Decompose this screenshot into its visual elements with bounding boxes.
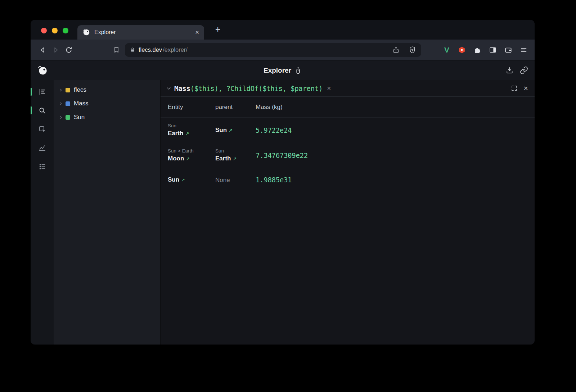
parent-link[interactable]: Earth↗	[215, 154, 256, 163]
collapse-chevron-icon[interactable]	[166, 86, 171, 91]
tree-panel-icon[interactable]	[35, 85, 49, 98]
tree-item-mass[interactable]: Mass	[54, 97, 160, 110]
query-header: Mass($this), ?ChildOf($this, $parent) × …	[161, 80, 535, 97]
reload-button[interactable]	[62, 44, 75, 56]
tab-title: Explorer	[94, 29, 191, 36]
close-panel-icon[interactable]: ×	[523, 85, 528, 92]
tree-item-label: Mass	[74, 100, 89, 107]
url-bar[interactable]: flecs.dev /explorer/	[125, 43, 421, 57]
query-results-table: Entity parent Mass (kg) Sun Earth↗ Sun↗ …	[161, 97, 535, 192]
expander-chevron-icon[interactable]	[59, 115, 63, 119]
tree-item-label: Sun	[74, 114, 85, 121]
entity-path: Sun > Earth	[168, 148, 215, 154]
expander-chevron-icon[interactable]	[59, 102, 63, 106]
tree-item-sun[interactable]: Sun	[54, 110, 160, 124]
column-header-mass: Mass (kg)	[256, 104, 535, 111]
navigation-bar: flecs.dev /explorer/ V	[31, 40, 535, 60]
url-host: flecs.dev	[139, 46, 162, 53]
table-row: Sun Earth↗ Sun↗ 5.9722e24	[161, 118, 535, 143]
hexagon-extension-icon[interactable]	[457, 45, 467, 55]
tab-close-icon[interactable]: ×	[195, 28, 199, 36]
close-window-button[interactable]	[41, 28, 47, 33]
wallet-icon[interactable]	[503, 45, 513, 55]
flecs-mascot-icon	[294, 66, 302, 75]
vue-devtools-icon[interactable]: V	[442, 46, 451, 54]
sidebar-toggle-icon[interactable]	[488, 45, 498, 55]
expand-fullscreen-icon[interactable]	[511, 85, 518, 92]
mass-value: 5.9722e24	[256, 126, 535, 134]
inspector-icon[interactable]	[35, 123, 49, 136]
active-indicator	[31, 106, 32, 114]
minimize-window-button[interactable]	[52, 28, 58, 33]
share-icon[interactable]	[392, 46, 400, 54]
table-row: Sun > Earth Moon↗ Sun Earth↗ 7.34767309e…	[161, 143, 535, 168]
entity-link[interactable]: Moon↗	[168, 154, 215, 163]
page-title: Explorer	[264, 67, 291, 74]
menu-icon[interactable]	[519, 45, 529, 55]
entity-link[interactable]: Earth↗	[168, 129, 215, 138]
table-row: Sun↗ None 1.9885e31	[161, 168, 535, 192]
app-header: Explorer	[31, 60, 535, 80]
mass-value: 1.9885e31	[256, 176, 535, 184]
flecs-logo[interactable]	[37, 65, 49, 76]
column-header-entity: Entity	[168, 104, 215, 111]
share-link-icon[interactable]	[520, 66, 528, 74]
stats-chart-icon[interactable]	[35, 141, 49, 154]
entity-link[interactable]: Sun↗	[168, 176, 215, 184]
download-icon[interactable]	[505, 66, 514, 74]
flecs-favicon	[82, 28, 90, 36]
link-arrow-icon: ↗	[185, 131, 189, 136]
mass-value: 7.34767309e22	[256, 151, 535, 159]
extension-icons: V	[442, 45, 529, 55]
back-button[interactable]	[36, 44, 49, 56]
tree-item-label: flecs	[74, 86, 86, 94]
entity-tree-panel: flecs Mass Sun	[54, 80, 160, 345]
forward-button[interactable]	[49, 44, 62, 56]
url-path: /explorer/	[163, 46, 188, 53]
extensions-puzzle-icon[interactable]	[472, 45, 482, 55]
tree-item-flecs[interactable]: flecs	[54, 83, 160, 97]
browser-window: Explorer × + flecs.dev /explorer	[31, 20, 535, 345]
query-search-icon[interactable]	[35, 104, 49, 117]
clear-query-icon[interactable]: ×	[327, 85, 331, 92]
entity-table-icon[interactable]	[35, 160, 49, 173]
link-arrow-icon: ↗	[233, 156, 237, 161]
traffic-lights	[41, 28, 68, 33]
column-header-parent: parent	[215, 104, 256, 111]
link-arrow-icon: ↗	[186, 156, 190, 161]
table-header-row: Entity parent Mass (kg)	[161, 97, 535, 118]
query-terms-token: ($this), ?ChildOf($this, $parent)	[190, 85, 323, 92]
bookmark-icon[interactable]	[110, 44, 123, 56]
parent-path: Sun	[215, 148, 256, 154]
link-arrow-icon: ↗	[181, 177, 185, 183]
zoom-window-button[interactable]	[63, 28, 68, 33]
new-tab-button[interactable]: +	[212, 24, 223, 35]
active-indicator	[31, 88, 32, 96]
entity-color-swatch	[66, 101, 70, 106]
divider	[404, 46, 404, 54]
icon-rail	[31, 80, 54, 345]
titlebar: Explorer × +	[31, 20, 535, 40]
lock-icon	[130, 47, 135, 53]
parent-link[interactable]: Sun↗	[215, 126, 256, 135]
app-content: flecs Mass Sun	[31, 80, 535, 345]
query-expression[interactable]: Mass($this), ?ChildOf($this, $parent)	[174, 85, 323, 92]
expander-chevron-icon[interactable]	[59, 88, 63, 92]
entity-color-swatch	[66, 115, 70, 120]
entity-color-swatch	[66, 88, 70, 92]
entity-path: Sun	[168, 123, 215, 129]
query-panel: Mass($this), ?ChildOf($this, $parent) × …	[160, 80, 535, 345]
link-arrow-icon: ↗	[229, 128, 233, 133]
browser-tab[interactable]: Explorer ×	[77, 25, 204, 40]
brave-shield-icon[interactable]	[409, 46, 416, 54]
query-component-token: Mass	[174, 85, 190, 92]
parent-none-label: None	[215, 176, 256, 184]
